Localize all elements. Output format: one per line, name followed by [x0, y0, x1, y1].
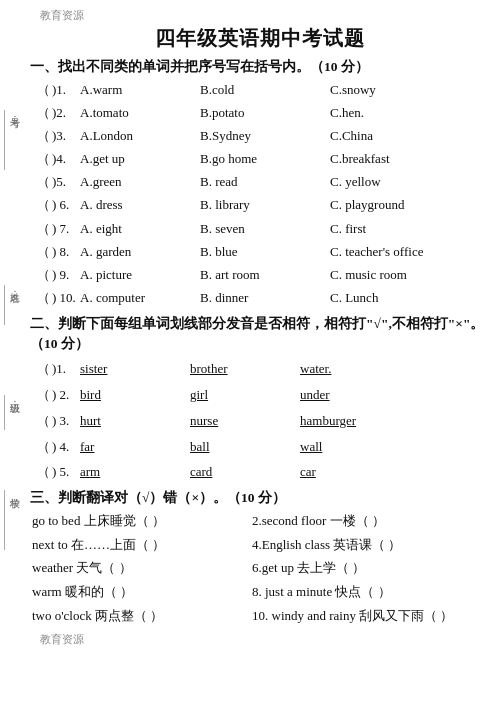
q-opt-b: B. art room — [200, 264, 330, 286]
q-bracket: （ — [34, 241, 52, 263]
q-opt-a: A.tomato — [80, 102, 200, 124]
pron-word3: car — [300, 460, 490, 485]
q-opt-c: C. music room — [330, 264, 490, 286]
pron-word3: wall — [300, 435, 490, 460]
pron-bracket: （ — [34, 409, 52, 434]
q-options: A. computer B. dinner C. Lunch — [80, 287, 490, 309]
pron-word2: ball — [190, 435, 300, 460]
table-row: （ ) 10. A. computer B. dinner C. Lunch — [34, 287, 490, 309]
pron-words: arm card car — [80, 460, 490, 485]
list-item: warm 暖和的（ ） 8. just a minute 快点（ ） — [32, 581, 490, 604]
q-bracket: （ — [34, 79, 52, 101]
q-options: A. garden B. blue C. teacher's office — [80, 241, 490, 263]
q-opt-a: A.London — [80, 125, 200, 147]
q-num: ) 10. — [52, 287, 80, 309]
q-opt-c: C. Lunch — [330, 287, 490, 309]
q-opt-c: C. teacher's office — [330, 241, 490, 263]
trans-right: 6.get up 去上学（ ） — [252, 557, 490, 580]
q-bracket: （ — [34, 171, 52, 193]
q-options: A.London B.Sydney C.China — [80, 125, 490, 147]
label-banji: 班级： — [4, 395, 21, 430]
section1-questions: （ )1. A.warm B.cold C.snowy （ )2. A.toma… — [34, 79, 490, 309]
q-opt-c: C. yellow — [330, 171, 490, 193]
q-opt-a: A.get up — [80, 148, 200, 170]
trans-right: 2.second floor 一楼（ ） — [252, 510, 490, 533]
q-num: ) 9. — [52, 264, 80, 286]
q-bracket: （ — [34, 287, 52, 309]
table-row: （ )2. A.tomato B.potato C.hen. — [34, 102, 490, 124]
pron-num: )1. — [52, 357, 80, 382]
list-item: （ ) 2. bird girl under — [34, 383, 490, 408]
list-item: （ )1. sister brother water. — [34, 357, 490, 382]
pron-word2: brother — [190, 357, 300, 382]
pron-word1: far — [80, 435, 190, 460]
trans-left: warm 暖和的（ ） — [32, 581, 252, 604]
watermark-top: 教育资源 — [40, 8, 490, 23]
q-options: A. picture B. art room C. music room — [80, 264, 490, 286]
table-row: （ ) 7. A. eight B. seven C. first — [34, 218, 490, 240]
table-row: （ )5. A.green B. read C. yellow — [34, 171, 490, 193]
page-title: 四年级英语期中考试题 — [30, 25, 490, 52]
page: 考号： 姓名： 班级： 学校 教育资源 四年级英语期中考试题 一、找出不同类的单… — [0, 0, 502, 708]
q-bracket: （ — [34, 264, 52, 286]
q-bracket: （ — [34, 102, 52, 124]
q-opt-a: A. eight — [80, 218, 200, 240]
q-options: A. eight B. seven C. first — [80, 218, 490, 240]
pron-num: ) 5. — [52, 460, 80, 485]
q-opt-b: B. dinner — [200, 287, 330, 309]
list-item: weather 天气（ ） 6.get up 去上学（ ） — [32, 557, 490, 580]
q-num: ) 6. — [52, 194, 80, 216]
q-opt-a: A. dress — [80, 194, 200, 216]
pron-num: ) 4. — [52, 435, 80, 460]
pron-word3: water. — [300, 357, 490, 382]
q-num: )2. — [52, 102, 80, 124]
q-opt-c: C.breakfast — [330, 148, 490, 170]
q-opt-a: A.green — [80, 171, 200, 193]
table-row: （ ) 9. A. picture B. art room C. music r… — [34, 264, 490, 286]
q-opt-b: B.Sydney — [200, 125, 330, 147]
pron-bracket: （ — [34, 383, 52, 408]
pron-word2: card — [190, 460, 300, 485]
q-num: )4. — [52, 148, 80, 170]
pron-word1: hurt — [80, 409, 190, 434]
pron-word1: arm — [80, 460, 190, 485]
pron-word3: hamburger — [300, 409, 490, 434]
q-bracket: （ — [34, 148, 52, 170]
table-row: （ ) 8. A. garden B. blue C. teacher's of… — [34, 241, 490, 263]
trans-left: go to bed 上床睡觉（ ） — [32, 510, 252, 533]
q-opt-b: B.go home — [200, 148, 330, 170]
q-bracket: （ — [34, 218, 52, 240]
pron-bracket: （ — [34, 460, 52, 485]
watermark-bottom: 教育资源 — [40, 632, 490, 647]
list-item: （ ) 4. far ball wall — [34, 435, 490, 460]
section2-header: 二、判断下面每组单词划线部分发音是否相符，相符打"√",不相符打"×"。（10 … — [30, 314, 490, 355]
table-row: （ )4. A.get up B.go home C.breakfast — [34, 148, 490, 170]
q-opt-b: B.potato — [200, 102, 330, 124]
q-num: ) 7. — [52, 218, 80, 240]
pron-bracket: （ — [34, 357, 52, 382]
section1-header: 一、找出不同类的单词并把序号写在括号内。（10 分） — [30, 58, 490, 76]
section3-questions: go to bed 上床睡觉（ ） 2.second floor 一楼（ ） n… — [32, 510, 490, 628]
pron-words: sister brother water. — [80, 357, 490, 382]
q-opt-a: A. picture — [80, 264, 200, 286]
q-num: ) 8. — [52, 241, 80, 263]
pron-word3: under — [300, 383, 490, 408]
q-options: A.warm B.cold C.snowy — [80, 79, 490, 101]
trans-right: 4.English class 英语课（ ） — [252, 534, 490, 557]
q-num: )3. — [52, 125, 80, 147]
pron-words: far ball wall — [80, 435, 490, 460]
q-opt-c: C.hen. — [330, 102, 490, 124]
pron-words: hurt nurse hamburger — [80, 409, 490, 434]
q-opt-b: B. library — [200, 194, 330, 216]
label-xuexiao: 学校 — [4, 490, 21, 550]
pron-word2: girl — [190, 383, 300, 408]
q-bracket: （ — [34, 194, 52, 216]
pron-word1: bird — [80, 383, 190, 408]
section3-header: 三、判断翻译对（√）错（×）。（10 分） — [30, 489, 490, 507]
q-opt-c: C. first — [330, 218, 490, 240]
trans-left: next to 在……上面（ ） — [32, 534, 252, 557]
trans-right: 8. just a minute 快点（ ） — [252, 581, 490, 604]
q-options: A.tomato B.potato C.hen. — [80, 102, 490, 124]
q-opt-a: A. computer — [80, 287, 200, 309]
q-opt-b: B. seven — [200, 218, 330, 240]
